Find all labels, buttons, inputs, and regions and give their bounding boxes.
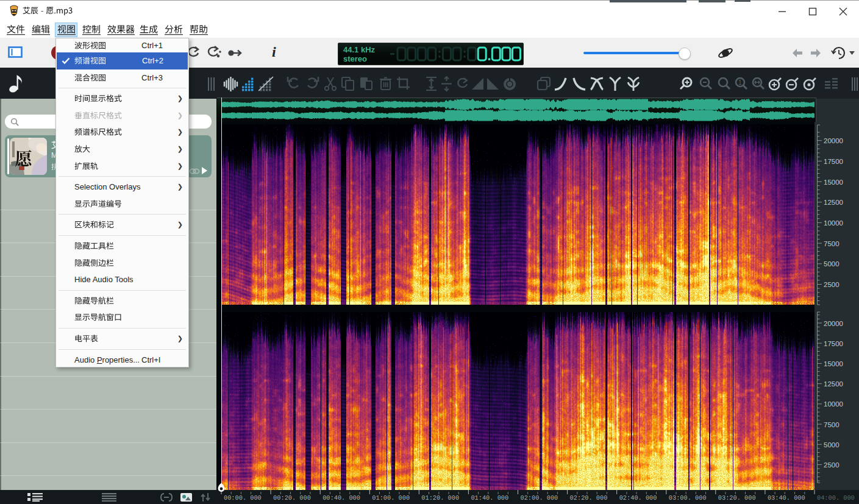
svg-text:2500: 2500 bbox=[824, 461, 839, 469]
svg-text:12500: 12500 bbox=[824, 380, 843, 388]
svg-text:2500: 2500 bbox=[824, 281, 839, 288]
svg-text:04:00. 000: 04:00. 000 bbox=[817, 494, 855, 502]
svg-text:03:20. 000: 03:20. 000 bbox=[718, 494, 756, 502]
svg-text:02:40. 000: 02:40. 000 bbox=[619, 494, 657, 502]
svg-text:00:00. 000: 00:00. 000 bbox=[224, 494, 262, 502]
svg-text:02:00. 000: 02:00. 000 bbox=[521, 494, 558, 502]
svg-text:17500: 17500 bbox=[824, 158, 843, 165]
svg-text:01:00. 000: 01:00. 000 bbox=[372, 494, 410, 502]
svg-text:03:00. 000: 03:00. 000 bbox=[669, 494, 707, 502]
svg-text:10000: 10000 bbox=[824, 219, 843, 227]
svg-text:00:40. 000: 00:40. 000 bbox=[323, 494, 360, 502]
svg-text:01:20. 000: 01:20. 000 bbox=[421, 494, 459, 502]
svg-text:10000: 10000 bbox=[824, 400, 843, 408]
svg-text:15000: 15000 bbox=[824, 360, 843, 367]
svg-text:02:20. 000: 02:20. 000 bbox=[570, 494, 608, 502]
svg-text:5000: 5000 bbox=[824, 260, 839, 268]
svg-text:03:40. 000: 03:40. 000 bbox=[768, 494, 805, 502]
svg-text:7500: 7500 bbox=[824, 421, 839, 428]
svg-text:12500: 12500 bbox=[824, 199, 843, 206]
svg-text:15000: 15000 bbox=[824, 179, 843, 186]
svg-text:1: 1 bbox=[738, 79, 742, 86]
svg-text:20000: 20000 bbox=[824, 320, 843, 327]
svg-text:5000: 5000 bbox=[824, 441, 839, 449]
svg-text:7500: 7500 bbox=[824, 240, 839, 247]
svg-text:17500: 17500 bbox=[824, 340, 843, 347]
svg-text:00:20. 000: 00:20. 000 bbox=[273, 494, 311, 502]
svg-text:01:40. 000: 01:40. 000 bbox=[471, 494, 508, 502]
svg-text:20000: 20000 bbox=[824, 137, 843, 144]
